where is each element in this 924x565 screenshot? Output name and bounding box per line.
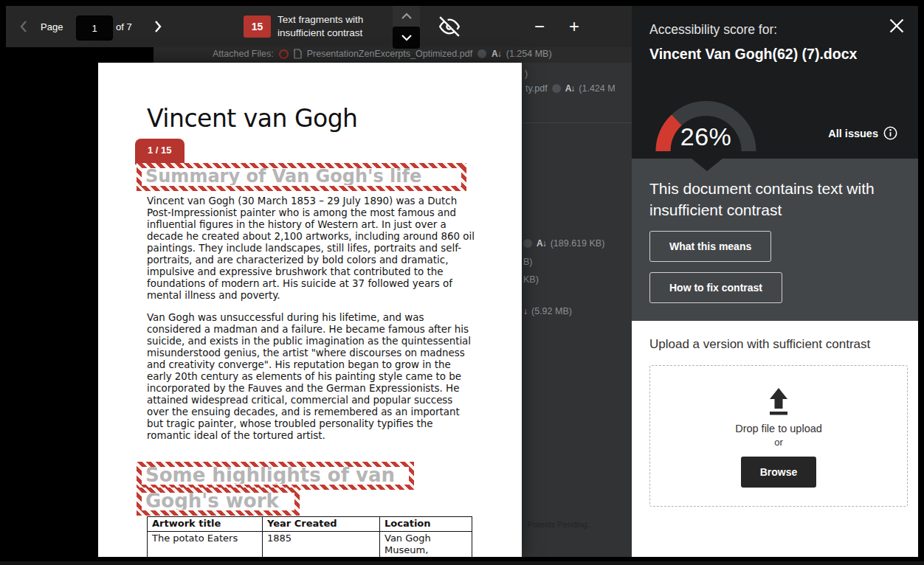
alternative-formats-icon: A↓: [537, 238, 546, 249]
gauge-pointer-notch: [692, 159, 723, 171]
panel-header: Accessibility score for: Vincent Van Gog…: [632, 6, 918, 159]
issue-position-badge: 1 / 15: [135, 139, 185, 164]
highlighted-heading: Summary of Van Gogh's life: [142, 168, 461, 185]
table-row: The potato Eaters 1885 Van Gogh Museum, …: [148, 532, 472, 558]
attached-file-name: PresentationZenExcerpts_Optimized.pdf: [307, 49, 472, 59]
contrast-highlight-box: Some highlights of van: [137, 462, 414, 490]
next-issue-button[interactable]: [393, 27, 420, 49]
document-body: Vincent van Gogh (30 March 1853 – 29 Jul…: [147, 195, 476, 452]
browse-button[interactable]: Browse: [741, 457, 817, 488]
zoom-out-button[interactable]: −: [527, 13, 552, 41]
highlighted-heading: Gogh's work: [142, 493, 294, 510]
chevron-up-icon: [401, 13, 413, 20]
fragment-text: B): [523, 257, 533, 267]
fragment-file-size: (1.424 M: [579, 83, 615, 94]
contrast-highlight-box: Gogh's work: [137, 488, 300, 516]
issue-count-badge: 15: [244, 15, 271, 38]
attached-file-size: (1.254 MB): [506, 49, 552, 59]
column-header: Year Created: [263, 517, 380, 532]
or-label: or: [774, 437, 783, 448]
score-dot-icon: [523, 239, 532, 248]
all-issues-button[interactable]: All issues: [824, 125, 902, 141]
score-dot-icon: [477, 49, 486, 58]
table-header-row: Artwork title Year Created Location: [148, 517, 472, 532]
table-cell: Van Gogh Museum, Amsterdam: [380, 532, 472, 558]
paragraph: Van Gogh was unsuccessful during his lif…: [147, 312, 476, 442]
eye-off-icon: [438, 16, 461, 37]
all-issues-label: All issues: [828, 128, 878, 139]
chevron-right-icon: [154, 20, 162, 33]
highlighted-heading: Some highlights of van: [142, 467, 409, 484]
issue-message-section: This document contains text with insuffi…: [632, 159, 918, 321]
fragment-file-size: (189.619 KB): [551, 238, 605, 249]
file-icon: [294, 49, 302, 59]
previous-issue-button[interactable]: [393, 6, 420, 27]
info-icon: [883, 126, 897, 140]
table-cell: The potato Eaters: [148, 532, 263, 558]
what-this-means-button[interactable]: What this means: [649, 231, 771, 262]
accessibility-panel: Accessibility score for: Vincent Van Gog…: [632, 6, 918, 557]
divider: [522, 122, 632, 123]
background-attached-files-row: Attached Files: PresentationZenExcerpts_…: [154, 47, 632, 63]
page-total-label: of 7: [116, 21, 132, 32]
how-to-fix-button[interactable]: How to fix contrast: [649, 272, 782, 303]
contrast-highlight-box: Summary of Van Gogh's life: [137, 163, 466, 191]
score-dot-icon: [552, 84, 561, 93]
attached-files-label: Attached Files:: [213, 49, 274, 59]
fragment-text: KB): [523, 274, 539, 285]
bottom-edge: [0, 561, 924, 565]
file-dropzone[interactable]: Drop file to upload or Browse: [649, 365, 908, 507]
issue-message: This document contains text with insuffi…: [649, 178, 900, 221]
issue-type-label: Text fragments with insufficient contras…: [277, 13, 363, 40]
page-number-input[interactable]: [76, 15, 113, 41]
fragment-text: ): [525, 69, 528, 79]
score-percentage: 26%: [648, 122, 764, 151]
column-header: Artwork title: [148, 517, 263, 532]
ally-score-icon: [279, 49, 289, 59]
column-header: Location: [380, 517, 472, 532]
fragment-file-name: ty.pdf: [525, 83, 548, 94]
close-icon: [889, 16, 905, 35]
artwork-table: Artwork title Year Created Location The …: [147, 516, 472, 557]
background-page-fragment: ) ty.pdf A↓ (1.424 M A↓ (189.619 KB) B) …: [522, 63, 632, 557]
zoom-in-button[interactable]: +: [562, 13, 587, 41]
close-panel-button[interactable]: [884, 13, 909, 38]
fragment-file-size: (5.92 MB): [531, 306, 572, 316]
alternative-formats-icon: A↓: [565, 83, 575, 94]
upload-section: Upload a version with sufficient contras…: [632, 321, 918, 557]
document-preview: Vincent van Gogh 1 / 15 Summary of Van G…: [98, 63, 522, 557]
hide-highlights-button[interactable]: [432, 14, 466, 39]
previous-page-button[interactable]: [13, 16, 34, 37]
page-label: Page: [41, 21, 63, 32]
preview-toolbar: Page of 7 15 Text fragments with insuffi…: [6, 6, 632, 47]
upload-heading: Upload a version with sufficient contras…: [649, 337, 908, 352]
patents-pending-text: Patents Pending.: [528, 520, 590, 529]
upload-icon: [762, 387, 796, 417]
document-title: Vincent van Gogh: [147, 104, 358, 133]
paragraph: Vincent van Gogh (30 March 1853 – 29 Jul…: [147, 195, 476, 302]
alternative-formats-icon: A↓: [492, 49, 501, 59]
table-cell: 1885: [263, 532, 380, 558]
next-page-button[interactable]: [148, 16, 168, 37]
scored-file-name: Vincent Van Gogh(62) (7).docx: [649, 46, 857, 63]
chevron-down-icon: [401, 34, 413, 41]
drop-file-label: Drop file to upload: [735, 423, 822, 434]
chevron-left-icon: [19, 20, 28, 33]
score-for-label: Accessibility score for:: [649, 22, 777, 38]
download-arrow-icon: ↓: [523, 306, 527, 316]
